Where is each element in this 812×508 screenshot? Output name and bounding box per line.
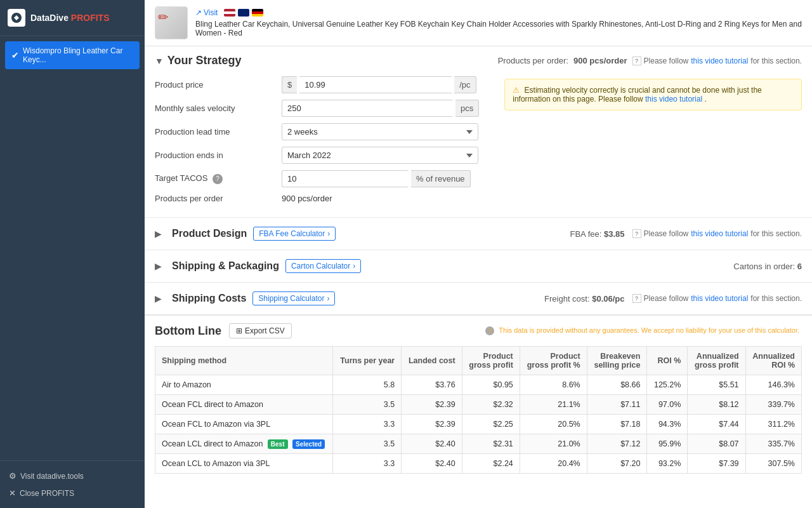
shipping-packaging-section: ▶ Shipping & Packaging Carton Calculator…: [145, 250, 812, 283]
products-order-row: Products per order 900 pcs/order: [155, 194, 479, 203]
shipping-costs-tutorial-link[interactable]: this video tutorial: [691, 294, 748, 303]
disclaimer-icon: ℹ: [485, 326, 494, 335]
td-gp-pct-1: 21.1%: [520, 395, 587, 415]
velocity-input[interactable]: [282, 100, 453, 117]
strategy-toggle-icon[interactable]: ▼: [155, 56, 164, 66]
td-gp-3: $2.31: [462, 434, 520, 454]
table-header-row: Shipping method Turns per year Landed co…: [155, 347, 802, 375]
app-subtitle: PROFITS: [71, 13, 110, 23]
visit-link[interactable]: ↗ Visit: [195, 8, 218, 17]
arrow-icon: ›: [327, 229, 330, 238]
product-header-top: ↗ Visit: [195, 8, 802, 17]
th-method: Shipping method: [155, 347, 333, 375]
fba-fee-value: $3.85: [604, 229, 625, 239]
td-ann-roi-4: 307.5%: [745, 454, 801, 474]
warning-box: ⚠ Estimating velocity correctly is cruci…: [504, 79, 802, 110]
th-gp-pct: Productgross profit %: [520, 347, 587, 375]
shipping-costs-tutorial: ? Please follow this video tutorial for …: [632, 294, 802, 303]
strategy-tutorial-link[interactable]: this video tutorial: [691, 57, 748, 65]
warning-tutorial-link[interactable]: this video tutorial: [645, 95, 702, 104]
product-title: Bling Leather Car Keychain, Universal Ge…: [195, 20, 802, 37]
close-icon: ✕: [9, 488, 16, 498]
flag-de: [252, 9, 263, 17]
tacos-control: % of revenue: [282, 170, 471, 187]
external-link-icon: ↗: [195, 8, 202, 17]
tacos-input[interactable]: [282, 170, 409, 187]
production-ends-select[interactable]: March 2022 April 2022 May 2022: [282, 147, 478, 164]
td-ann-gp-0: $5.51: [688, 375, 745, 395]
td-method-4: Ocean LCL to Amazon via 3PL: [155, 454, 333, 474]
product-design-toggle[interactable]: ▶: [155, 229, 162, 239]
shipping-costs-toggle[interactable]: ▶: [155, 293, 162, 304]
td-landed-3: $2.40: [402, 434, 462, 454]
tacos-row: Target TACOS ? % of revenue: [155, 170, 479, 187]
shipping-packaging-left: ▶ Shipping & Packaging Carton Calculator…: [155, 259, 361, 273]
td-ann-roi-1: 339.7%: [745, 395, 801, 415]
product-thumbnail: ✏: [155, 6, 188, 39]
fba-fee-label: FBA fee: $3.85: [570, 229, 624, 239]
carton-calc-link[interactable]: Carton Calculator ›: [285, 259, 361, 273]
active-product-item[interactable]: ✔ Wisdompro Bling Leather Car Keyc...: [5, 41, 140, 69]
freight-cost-value: $0.06/pc: [592, 294, 624, 304]
table-row: Ocean FCL direct to Amazon 3.5 $2.39 $2.…: [155, 395, 802, 415]
fba-fee-calc-link[interactable]: FBA Fee Calculator ›: [253, 227, 336, 241]
export-csv-button[interactable]: ⊞ Export CSV: [229, 323, 292, 338]
lead-time-select[interactable]: 2 weeks 1 week 3 weeks 4 weeks: [282, 123, 478, 140]
td-landed-4: $2.40: [402, 454, 462, 474]
sidebar: DataDive PROFITS ✔ Wisdompro Bling Leath…: [0, 0, 145, 508]
td-ann-gp-1: $8.12: [688, 395, 745, 415]
product-header-info: ↗ Visit Bling Leather Car Keychain, Univ…: [195, 8, 802, 37]
flag-us: [224, 9, 235, 17]
table-row: Air to Amazon 5.8 $3.76 $0.95 8.6% $8.66…: [155, 375, 802, 395]
shipping-calc-link[interactable]: Shipping Calculator ›: [252, 291, 335, 305]
bottom-line-table: Shipping method Turns per year Landed co…: [155, 346, 802, 474]
product-header: ✏ ↗ Visit Bling Leather Car Keychain, Un…: [145, 0, 812, 46]
strategy-body: Product price $ /pc Monthly sales veloci…: [155, 76, 802, 210]
td-turns-1: 3.5: [333, 395, 402, 415]
td-ann-roi-3: 335.7%: [745, 434, 801, 454]
td-breakeven-1: $7.11: [587, 395, 647, 415]
product-design-right: FBA fee: $3.85 ? Please follow this vide…: [570, 229, 802, 239]
shipping-costs-title: Shipping Costs: [172, 293, 246, 304]
td-roi-4: 93.2%: [647, 454, 688, 474]
visit-label: Visit datadive.tools: [20, 472, 84, 481]
td-landed-1: $2.39: [402, 395, 462, 415]
strategy-header-right: Products per order: 900 pcs/order ? Plea…: [498, 56, 802, 65]
shipping-packaging-toggle[interactable]: ▶: [155, 261, 162, 271]
product-price-label: Product price: [155, 80, 282, 90]
shipping-packaging-right: Cartons in order: 6: [733, 262, 802, 271]
hint-box-icon3: ?: [632, 294, 641, 303]
pencil-icon: ✏: [158, 10, 169, 25]
td-gp-1: $2.32: [462, 395, 520, 415]
th-ann-roi: AnnualizedROI %: [745, 347, 801, 375]
tacos-help-icon[interactable]: ?: [213, 174, 223, 184]
shipping-costs-section: ▶ Shipping Costs Shipping Calculator › F…: [145, 283, 812, 315]
lead-time-control: 2 weeks 1 week 3 weeks 4 weeks: [282, 123, 478, 140]
td-ann-gp-2: $7.44: [688, 415, 745, 434]
product-price-input[interactable]: [299, 76, 452, 93]
td-gp-pct-4: 20.4%: [520, 454, 587, 474]
your-strategy-section: ▼ Your Strategy Products per order: 900 …: [145, 46, 812, 218]
table-row: Ocean LCL direct to Amazon Best Selected…: [155, 434, 802, 454]
td-gp-pct-2: 20.5%: [520, 415, 587, 434]
td-gp-2: $2.25: [462, 415, 520, 434]
td-breakeven-3: $7.12: [587, 434, 647, 454]
velocity-label: Monthly sales velocity: [155, 104, 282, 113]
td-roi-0: 125.2%: [647, 375, 688, 395]
main-content: ✏ ↗ Visit Bling Leather Car Keychain, Un…: [145, 0, 812, 508]
carton-arrow-icon: ›: [353, 262, 355, 271]
sidebar-close-link[interactable]: ✕ Close PROFITS: [6, 485, 138, 502]
products-per-order-value: 900 pcs/order: [573, 56, 627, 65]
product-design-title: Product Design: [172, 228, 247, 239]
sidebar-visit-link[interactable]: ⚙ Visit datadive.tools: [6, 467, 138, 485]
product-design-tutorial-link[interactable]: this video tutorial: [691, 229, 748, 238]
bottom-line-title-group: Bottom Line ⊞ Export CSV: [155, 323, 292, 338]
td-gp-pct-3: 21.0%: [520, 434, 587, 454]
freight-cost-label: Freight cost: $0.06/pc: [544, 294, 624, 304]
products-per-order-label: Products per order:: [498, 56, 568, 65]
th-landed: Landed cost: [402, 347, 462, 375]
shipping-arrow-icon: ›: [327, 294, 329, 303]
product-price-control: $ /pc: [282, 76, 476, 93]
strategy-side: ⚠ Estimating velocity correctly is cruci…: [489, 76, 802, 210]
tacos-label: Target TACOS ?: [155, 173, 282, 184]
